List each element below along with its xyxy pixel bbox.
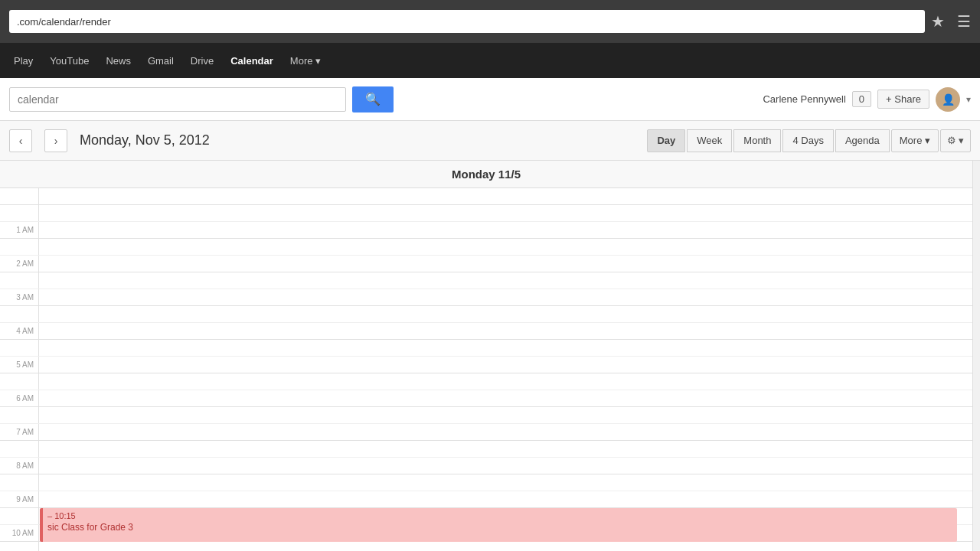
next-button[interactable]: › [44, 129, 67, 152]
time-cell[interactable] [38, 323, 972, 339]
time-label [0, 272, 38, 289]
nav-play[interactable]: Play [6, 43, 41, 78]
time-label: 10 AM [0, 525, 38, 541]
time-label: 7 AM [0, 424, 38, 440]
time-row: 1 AM [0, 222, 972, 239]
nav-gmail[interactable]: Gmail [140, 43, 181, 78]
time-cell[interactable] [38, 542, 972, 551]
time-cell[interactable] [38, 340, 972, 356]
time-row: 3 AM [0, 289, 972, 306]
time-row: 7 AM [0, 424, 972, 441]
time-row: 6 AM [0, 390, 972, 407]
time-row [0, 306, 972, 323]
time-row: 2 AM [0, 256, 972, 272]
time-label [0, 205, 38, 221]
nav-calendar[interactable]: Calendar [223, 43, 281, 78]
user-chevron[interactable]: ▾ [966, 94, 971, 105]
notification-badge[interactable]: 0 [852, 91, 871, 107]
time-label [0, 508, 38, 524]
time-label: 8 AM [0, 458, 38, 474]
browser-bar: .com/calendar/render ★ ☰ [0, 0, 980, 43]
time-cell[interactable] [38, 390, 972, 406]
menu-icon[interactable]: ☰ [957, 12, 971, 31]
time-label [0, 474, 38, 491]
time-row [0, 407, 972, 424]
time-row [0, 188, 972, 205]
time-cell[interactable] [38, 272, 972, 289]
calendar-content: Monday 11/5 1 AM 2 AM 3 AM 4 AM 5 AM [0, 161, 972, 551]
prev-button[interactable]: ‹ [9, 129, 32, 152]
time-label [0, 542, 38, 551]
view-week[interactable]: Week [687, 129, 732, 152]
bookmark-icon[interactable]: ★ [931, 12, 945, 31]
time-row [0, 373, 972, 390]
google-nav: Play YouTube News Gmail Drive Calendar M… [0, 43, 980, 78]
time-row: 8 AM [0, 458, 972, 474]
view-agenda[interactable]: Agenda [835, 129, 890, 152]
view-day[interactable]: Day [647, 129, 685, 152]
time-label: 5 AM [0, 357, 38, 373]
time-label: 9 AM [0, 491, 38, 507]
time-row: 4 AM [0, 323, 972, 340]
time-cell[interactable] [38, 205, 972, 221]
view-month[interactable]: Month [733, 129, 781, 152]
day-header: Monday 11/5 [0, 161, 972, 188]
event-time: – 10:15 [47, 511, 952, 520]
time-row [0, 205, 972, 222]
time-cell[interactable] [38, 474, 972, 491]
time-cell[interactable] [38, 222, 972, 238]
avatar-img: 👤 [942, 93, 955, 106]
time-cell[interactable] [38, 407, 972, 423]
time-row: 5 AM [0, 357, 972, 373]
nav-more[interactable]: More ▾ [283, 43, 328, 78]
time-cell[interactable] [38, 441, 972, 457]
time-cell[interactable] [38, 458, 972, 474]
view-4days[interactable]: 4 Days [782, 129, 833, 152]
settings-button[interactable]: ⚙ ▾ [940, 129, 971, 152]
avatar: 👤 [936, 87, 960, 112]
time-cell[interactable] [38, 239, 972, 255]
user-section: Carlene Pennywell 0 + Share 👤 ▾ [763, 87, 971, 112]
time-label [0, 441, 38, 457]
time-label: 4 AM [0, 323, 38, 339]
time-label [0, 340, 38, 356]
calendar-event[interactable]: – 10:15 sic Class for Grade 3 [40, 508, 957, 542]
time-label [0, 239, 38, 255]
time-row [0, 239, 972, 256]
scrollbar[interactable] [972, 161, 980, 551]
settings-icon: ⚙ [947, 135, 956, 146]
time-cell[interactable] [38, 289, 972, 305]
time-row [0, 272, 972, 289]
time-row [0, 542, 972, 551]
time-cell[interactable] [38, 491, 972, 507]
time-cell[interactable] [38, 256, 972, 272]
nav-youtube[interactable]: YouTube [42, 43, 96, 78]
time-cell[interactable] [38, 424, 972, 440]
time-label: 3 AM [0, 289, 38, 305]
time-label: 1 AM [0, 222, 38, 238]
address-bar[interactable]: .com/calendar/render [9, 10, 925, 33]
time-cell[interactable] [38, 188, 972, 204]
time-label [0, 407, 38, 423]
view-buttons: Day Week Month 4 Days Agenda More ▾ ⚙ ▾ [647, 129, 971, 152]
view-more[interactable]: More ▾ [891, 129, 939, 152]
time-label: 6 AM [0, 390, 38, 406]
nav-drive[interactable]: Drive [183, 43, 221, 78]
time-row [0, 441, 972, 458]
search-icon: 🔍 [365, 92, 381, 106]
browser-icons: ★ ☰ [931, 12, 971, 31]
calendar-main: Monday 11/5 1 AM 2 AM 3 AM 4 AM 5 AM [0, 161, 980, 551]
time-row [0, 474, 972, 491]
time-row: 9 AM [0, 491, 972, 508]
search-button[interactable]: 🔍 [352, 86, 394, 112]
search-input[interactable] [9, 87, 346, 112]
search-wrap: 🔍 [9, 86, 755, 112]
settings-chevron: ▾ [959, 135, 964, 146]
calendar-header: 🔍 Carlene Pennywell 0 + Share 👤 ▾ [0, 78, 980, 121]
share-button[interactable]: + Share [877, 90, 929, 109]
current-date: Monday, Nov 5, 2012 [80, 132, 210, 148]
time-cell[interactable] [38, 306, 972, 322]
time-cell[interactable] [38, 373, 972, 390]
nav-news[interactable]: News [98, 43, 139, 78]
time-cell[interactable] [38, 357, 972, 373]
